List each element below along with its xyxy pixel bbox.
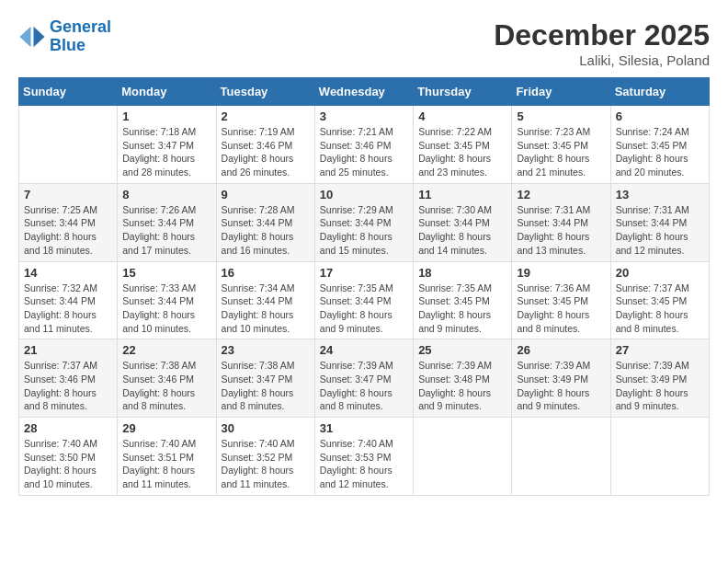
- day-number: 17: [320, 266, 408, 280]
- calendar-cell: 25Sunrise: 7:39 AMSunset: 3:48 PMDayligh…: [414, 339, 512, 418]
- calendar-cell: 13Sunrise: 7:31 AMSunset: 3:44 PMDayligh…: [610, 183, 709, 261]
- logo-text: General Blue: [50, 18, 111, 55]
- day-number: 14: [24, 266, 112, 280]
- calendar-cell: 8Sunrise: 7:26 AMSunset: 3:44 PMDaylight…: [118, 183, 216, 261]
- day-detail: Sunrise: 7:37 AMSunset: 3:45 PMDaylight:…: [616, 282, 704, 336]
- calendar-cell: 7Sunrise: 7:25 AMSunset: 3:44 PMDaylight…: [19, 183, 118, 261]
- calendar-cell: 22Sunrise: 7:38 AMSunset: 3:46 PMDayligh…: [118, 339, 216, 418]
- day-number: 27: [616, 343, 704, 357]
- day-number: 6: [616, 109, 704, 123]
- day-number: 11: [418, 188, 506, 201]
- day-detail: Sunrise: 7:23 AMSunset: 3:45 PMDaylight:…: [517, 125, 605, 179]
- day-number: 18: [418, 266, 506, 280]
- day-detail: Sunrise: 7:40 AMSunset: 3:51 PMDaylight:…: [122, 437, 210, 491]
- weekday-header: Thursday: [414, 78, 512, 106]
- day-detail: Sunrise: 7:37 AMSunset: 3:46 PMDaylight:…: [24, 359, 112, 413]
- day-detail: Sunrise: 7:35 AMSunset: 3:44 PMDaylight:…: [320, 282, 408, 336]
- day-number: 19: [517, 266, 605, 280]
- day-detail: Sunrise: 7:32 AMSunset: 3:44 PMDaylight:…: [24, 282, 112, 336]
- calendar-cell: 6Sunrise: 7:24 AMSunset: 3:45 PMDaylight…: [610, 106, 709, 184]
- day-number: 23: [222, 343, 310, 357]
- day-number: 28: [24, 421, 112, 435]
- day-detail: Sunrise: 7:39 AMSunset: 3:48 PMDaylight:…: [418, 359, 506, 413]
- calendar-cell: 19Sunrise: 7:36 AMSunset: 3:45 PMDayligh…: [512, 261, 610, 339]
- calendar-cell: 3Sunrise: 7:21 AMSunset: 3:46 PMDaylight…: [314, 106, 413, 184]
- day-detail: Sunrise: 7:40 AMSunset: 3:53 PMDaylight:…: [320, 437, 408, 491]
- day-number: 3: [320, 109, 408, 123]
- calendar-cell: 4Sunrise: 7:22 AMSunset: 3:45 PMDaylight…: [414, 106, 512, 184]
- day-number: 8: [122, 188, 210, 201]
- day-detail: Sunrise: 7:35 AMSunset: 3:45 PMDaylight:…: [418, 282, 506, 336]
- day-number: 12: [517, 188, 605, 201]
- day-number: 20: [616, 266, 704, 280]
- calendar-cell: 5Sunrise: 7:23 AMSunset: 3:45 PMDaylight…: [512, 106, 610, 184]
- day-number: 9: [222, 188, 310, 201]
- day-detail: Sunrise: 7:22 AMSunset: 3:45 PMDaylight:…: [418, 125, 506, 179]
- calendar-cell: [19, 106, 118, 184]
- calendar-cell: 10Sunrise: 7:29 AMSunset: 3:44 PMDayligh…: [314, 183, 413, 261]
- svg-marker-0: [34, 27, 45, 48]
- calendar-cell: 16Sunrise: 7:34 AMSunset: 3:44 PMDayligh…: [216, 261, 314, 339]
- calendar-cell: 9Sunrise: 7:28 AMSunset: 3:44 PMDaylight…: [216, 183, 314, 261]
- logo: General Blue: [18, 18, 111, 55]
- title-block: December 2025 Laliki, Silesia, Poland: [494, 18, 710, 68]
- day-detail: Sunrise: 7:31 AMSunset: 3:44 PMDaylight:…: [616, 203, 704, 258]
- calendar-cell: 14Sunrise: 7:32 AMSunset: 3:44 PMDayligh…: [19, 261, 118, 339]
- day-detail: Sunrise: 7:29 AMSunset: 3:44 PMDaylight:…: [320, 203, 408, 258]
- day-detail: Sunrise: 7:21 AMSunset: 3:46 PMDaylight:…: [320, 125, 408, 179]
- day-detail: Sunrise: 7:38 AMSunset: 3:47 PMDaylight:…: [222, 359, 310, 413]
- day-detail: Sunrise: 7:25 AMSunset: 3:44 PMDaylight:…: [24, 203, 112, 258]
- day-number: 31: [320, 421, 408, 435]
- weekday-header: Friday: [512, 78, 610, 106]
- calendar-table: SundayMondayTuesdayWednesdayThursdayFrid…: [18, 77, 710, 496]
- calendar-cell: 27Sunrise: 7:39 AMSunset: 3:49 PMDayligh…: [610, 339, 709, 418]
- calendar-cell: 20Sunrise: 7:37 AMSunset: 3:45 PMDayligh…: [610, 261, 709, 339]
- calendar-cell: [512, 418, 610, 496]
- day-detail: Sunrise: 7:39 AMSunset: 3:49 PMDaylight:…: [517, 359, 605, 413]
- calendar-cell: 1Sunrise: 7:18 AMSunset: 3:47 PMDaylight…: [118, 106, 216, 184]
- day-detail: Sunrise: 7:39 AMSunset: 3:49 PMDaylight:…: [616, 359, 704, 413]
- day-detail: Sunrise: 7:34 AMSunset: 3:44 PMDaylight:…: [222, 282, 310, 336]
- calendar-cell: 21Sunrise: 7:37 AMSunset: 3:46 PMDayligh…: [19, 339, 118, 418]
- day-number: 25: [418, 343, 506, 357]
- day-number: 5: [517, 109, 605, 123]
- day-detail: Sunrise: 7:24 AMSunset: 3:45 PMDaylight:…: [616, 125, 704, 179]
- calendar-cell: [610, 418, 709, 496]
- calendar-cell: 12Sunrise: 7:31 AMSunset: 3:44 PMDayligh…: [512, 183, 610, 261]
- day-number: 26: [517, 343, 605, 357]
- calendar-cell: 29Sunrise: 7:40 AMSunset: 3:51 PMDayligh…: [118, 418, 216, 496]
- weekday-header: Saturday: [610, 78, 709, 106]
- day-number: 30: [222, 421, 310, 435]
- day-detail: Sunrise: 7:38 AMSunset: 3:46 PMDaylight:…: [122, 359, 210, 413]
- day-number: 24: [320, 343, 408, 357]
- day-number: 15: [122, 266, 210, 280]
- day-detail: Sunrise: 7:30 AMSunset: 3:44 PMDaylight:…: [418, 203, 506, 258]
- calendar-cell: 31Sunrise: 7:40 AMSunset: 3:53 PMDayligh…: [314, 418, 413, 496]
- calendar-cell: 17Sunrise: 7:35 AMSunset: 3:44 PMDayligh…: [314, 261, 413, 339]
- day-number: 13: [616, 188, 704, 201]
- day-detail: Sunrise: 7:26 AMSunset: 3:44 PMDaylight:…: [122, 203, 210, 258]
- day-number: 7: [24, 188, 112, 201]
- day-number: 29: [122, 421, 210, 435]
- calendar-cell: [414, 418, 512, 496]
- calendar-cell: 30Sunrise: 7:40 AMSunset: 3:52 PMDayligh…: [216, 418, 314, 496]
- day-number: 1: [122, 109, 210, 123]
- calendar-cell: 15Sunrise: 7:33 AMSunset: 3:44 PMDayligh…: [118, 261, 216, 339]
- day-number: 10: [320, 188, 408, 201]
- day-number: 2: [222, 109, 310, 123]
- weekday-header: Sunday: [19, 78, 118, 106]
- weekday-header: Monday: [118, 78, 216, 106]
- page-header: General Blue December 2025 Laliki, Siles…: [18, 18, 710, 68]
- day-detail: Sunrise: 7:39 AMSunset: 3:47 PMDaylight:…: [320, 359, 408, 413]
- calendar-cell: 23Sunrise: 7:38 AMSunset: 3:47 PMDayligh…: [216, 339, 314, 418]
- calendar-cell: 24Sunrise: 7:39 AMSunset: 3:47 PMDayligh…: [314, 339, 413, 418]
- day-detail: Sunrise: 7:40 AMSunset: 3:52 PMDaylight:…: [222, 437, 310, 491]
- logo-icon: [18, 23, 46, 51]
- location: Laliki, Silesia, Poland: [494, 52, 710, 68]
- day-number: 22: [122, 343, 210, 357]
- calendar-cell: 2Sunrise: 7:19 AMSunset: 3:46 PMDaylight…: [216, 106, 314, 184]
- day-detail: Sunrise: 7:40 AMSunset: 3:50 PMDaylight:…: [24, 437, 112, 491]
- svg-marker-1: [20, 27, 31, 48]
- weekday-header: Wednesday: [314, 78, 413, 106]
- calendar-cell: 28Sunrise: 7:40 AMSunset: 3:50 PMDayligh…: [19, 418, 118, 496]
